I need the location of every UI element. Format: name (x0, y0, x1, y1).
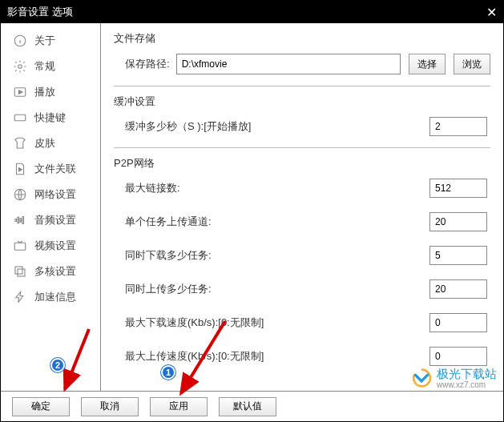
label: 最大链接数: (125, 181, 180, 195)
svg-point-3 (18, 65, 22, 69)
audio-icon (12, 212, 28, 228)
sidebar-item-about[interactable]: 关于 (1, 28, 100, 54)
row-savepath: 保存路径: 选择 浏览 (114, 54, 490, 74)
input-maxconn[interactable] (429, 179, 487, 198)
input-uploadchan[interactable] (429, 212, 487, 231)
tv-icon (12, 238, 28, 254)
watermark-url: www.xz7.com (437, 380, 497, 389)
sidebar-item-label: 关于 (34, 34, 55, 48)
row-buffer: 缓冲多少秒（S ):[开始播放] (114, 117, 490, 136)
sidebar-item-network[interactable]: 网络设置 (1, 182, 100, 207)
bolt-icon (12, 289, 28, 305)
svg-line-24 (181, 321, 225, 393)
row-maxul: 最大上传速度(Kb/s):[0:无限制] (114, 347, 490, 366)
sidebar-item-label: 皮肤 (34, 136, 55, 151)
input-maxul[interactable] (429, 347, 487, 366)
svg-rect-16 (14, 243, 26, 250)
svg-rect-12 (15, 219, 17, 222)
sidebar-item-label: 多核设置 (34, 264, 76, 279)
shirt-icon (12, 135, 28, 151)
input-buffer[interactable] (429, 117, 487, 136)
sidebar-item-general[interactable]: 常规 (1, 54, 100, 79)
svg-marker-10 (19, 168, 22, 172)
label-savepath: 保存路径: (125, 57, 170, 71)
svg-rect-6 (14, 115, 26, 121)
sidebar-item-audio[interactable]: 音频设置 (1, 207, 100, 233)
section-buffer: 缓冲设置 缓冲多少秒（S ):[开始播放] (114, 94, 490, 136)
annotation-arrow (177, 317, 233, 401)
watermark-logo-icon (411, 368, 432, 388)
select-button[interactable]: 选择 (409, 54, 446, 74)
sidebar-item-label: 网络设置 (34, 187, 76, 202)
section-storage: 文件存储 保存路径: 选择 浏览 (114, 31, 490, 74)
label: 同时上传多少任务: (125, 282, 212, 296)
divider (114, 147, 490, 148)
stack-icon (12, 263, 28, 279)
row-ultasks: 同时上传多少任务: (114, 279, 490, 299)
label-buffer: 缓冲多少秒（S ):[开始播放] (125, 119, 251, 134)
section-title: P2P网络 (114, 156, 490, 171)
sidebar-item-hotkey[interactable]: 快捷键 (1, 105, 100, 131)
sidebar-item-fileassoc[interactable]: 文件关联 (1, 156, 100, 182)
browse-button[interactable]: 浏览 (454, 54, 490, 74)
sidebar-item-label: 加速信息 (34, 290, 76, 304)
sidebar-item-video[interactable]: 视频设置 (1, 233, 100, 259)
info-icon (12, 33, 28, 49)
row-maxconn: 最大链接数: (114, 179, 490, 198)
annotation-marker-2: 2 (50, 358, 65, 372)
svg-rect-19 (15, 267, 22, 274)
watermark: 极光下载站 www.xz7.com (411, 367, 497, 389)
svg-rect-15 (22, 217, 24, 224)
label: 同时下载多少任务: (125, 248, 212, 263)
titlebar: 影音设置 选项 ✕ (1, 1, 503, 23)
sidebar-item-multicore[interactable]: 多核设置 (1, 259, 100, 284)
main-panel: 文件存储 保存路径: 选择 浏览 缓冲设置 缓冲多少秒（S ):[开始播放] P (101, 23, 503, 391)
svg-rect-13 (18, 217, 19, 223)
section-p2p: P2P网络 最大链接数: 单个任务上传通道: 同时下载多少任务: 同时上 (114, 156, 490, 366)
keyboard-icon (12, 110, 28, 126)
input-dltasks[interactable] (429, 246, 487, 265)
file-icon (12, 161, 28, 177)
input-savepath[interactable] (176, 54, 401, 74)
sidebar-item-label: 播放 (34, 85, 55, 99)
label: 单个任务上传通道: (125, 215, 212, 229)
sidebar-item-playback[interactable]: 播放 (1, 79, 100, 105)
row-maxdl: 最大下载速度(Kb/s):[0:无限制] (114, 313, 490, 332)
close-icon[interactable]: ✕ (486, 5, 497, 20)
sidebar-item-label: 常规 (34, 59, 55, 74)
input-ultasks[interactable] (429, 279, 487, 299)
divider (114, 86, 490, 86)
section-title: 缓冲设置 (114, 94, 490, 109)
sidebar-item-label: 视频设置 (34, 239, 76, 253)
row-dltasks: 同时下载多少任务: (114, 246, 490, 265)
sidebar-item-label: 音频设置 (34, 213, 76, 227)
svg-line-22 (65, 329, 89, 389)
svg-marker-5 (19, 90, 23, 94)
svg-rect-14 (20, 219, 22, 223)
window-title: 影音设置 选项 (7, 5, 73, 19)
sidebar-item-label: 文件关联 (34, 162, 76, 176)
annotation-marker-1: 1 (161, 365, 175, 380)
gear-icon (12, 58, 28, 74)
annotation-arrow (61, 321, 101, 401)
play-icon (12, 84, 28, 100)
row-uploadchan: 单个任务上传通道: (114, 212, 490, 231)
globe-icon (12, 187, 28, 203)
sidebar-item-accel[interactable]: 加速信息 (1, 284, 100, 310)
svg-rect-20 (18, 269, 25, 276)
section-title: 文件存储 (114, 31, 490, 46)
sidebar-item-skin[interactable]: 皮肤 (1, 131, 100, 156)
input-maxdl[interactable] (429, 313, 487, 332)
settings-window: 影音设置 选项 ✕ 关于 常规 播放 快捷键 皮肤 (0, 0, 504, 422)
sidebar-item-label: 快捷键 (34, 111, 66, 125)
watermark-text: 极光下载站 (437, 367, 497, 380)
